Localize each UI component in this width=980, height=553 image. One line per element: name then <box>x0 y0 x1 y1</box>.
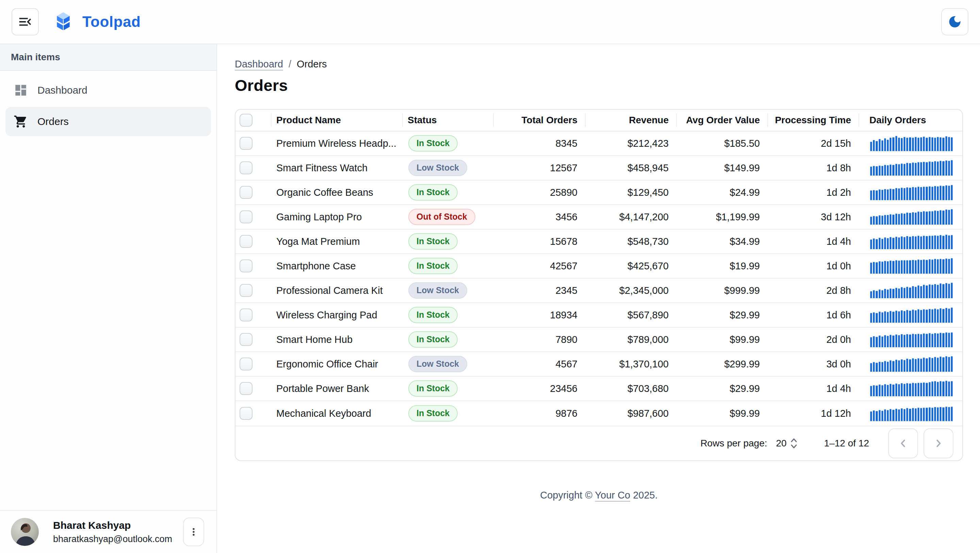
column-header-status[interactable]: Status <box>402 110 493 131</box>
sparkline-bar <box>909 260 911 274</box>
sparkline-bar <box>934 161 936 176</box>
company-link[interactable]: Your Co <box>595 490 630 500</box>
column-header-total-orders[interactable]: Total Orders <box>493 110 585 131</box>
sparkline-bar <box>948 309 950 323</box>
sparkline-bar <box>926 285 928 298</box>
row-checkbox[interactable] <box>240 333 253 346</box>
status-badge: In Stock <box>408 258 458 274</box>
sparkline-bar <box>942 309 944 323</box>
sparkline-bar <box>942 137 944 151</box>
sidebar-item-dashboard[interactable]: Dashboard <box>5 76 211 105</box>
table-row[interactable]: Wireless Charging PadIn Stock18934$567,8… <box>235 303 962 328</box>
select-all-checkbox[interactable] <box>240 114 253 127</box>
cell-daily-orders <box>859 209 962 225</box>
sparkline-bar <box>920 137 922 151</box>
table-row[interactable]: Gaming Laptop ProOut of Stock3456$4,147,… <box>235 205 962 229</box>
next-page-button[interactable] <box>924 429 953 458</box>
row-checkbox-cell <box>235 260 271 273</box>
table-row[interactable]: Portable Power BankIn Stock23456$703,680… <box>235 377 962 401</box>
sparkline-bar <box>915 287 917 298</box>
sparkline-bar <box>889 360 891 372</box>
sidebar-collapse-button[interactable] <box>11 8 39 35</box>
table-row[interactable]: Smart Home HubIn Stock7890$789,000$99.99… <box>235 328 962 352</box>
row-checkbox[interactable] <box>240 284 253 297</box>
sparkline-bar <box>909 287 911 298</box>
brand[interactable]: Toolpad <box>52 11 140 33</box>
cell-revenue: $1,370,100 <box>585 359 676 370</box>
previous-page-button[interactable] <box>888 429 918 458</box>
sparkline-bar <box>881 190 883 200</box>
sparkline-bar <box>942 381 944 396</box>
breadcrumb-current: Orders <box>297 59 327 70</box>
table-row[interactable]: Smartphone CaseIn Stock42567$425,670$19.… <box>235 254 962 279</box>
rows-per-page-select[interactable]: 20 <box>776 438 798 449</box>
sparkline-bar <box>940 161 942 176</box>
sparkline-bar <box>875 141 878 151</box>
row-checkbox[interactable] <box>240 260 253 273</box>
table-row[interactable]: Yoga Mat PremiumIn Stock15678$548,730$34… <box>235 229 962 254</box>
sparkline-bar <box>929 259 931 274</box>
column-header-daily-orders[interactable]: Daily Orders <box>859 110 962 131</box>
row-checkbox[interactable] <box>240 235 253 248</box>
status-badge: Low Stock <box>408 356 467 373</box>
user-menu-button[interactable] <box>183 518 204 546</box>
row-checkbox[interactable] <box>240 186 253 199</box>
sparkline-bar <box>889 214 891 225</box>
cell-status: In Stock <box>402 331 493 348</box>
row-checkbox[interactable] <box>240 210 253 223</box>
sparkline-bar <box>898 384 900 396</box>
status-badge: Out of Stock <box>408 209 476 225</box>
status-badge: In Stock <box>408 331 458 348</box>
column-header-avg-order-value[interactable]: Avg Order Value <box>676 110 767 131</box>
sparkline-bar <box>875 239 878 249</box>
sparkline-bar <box>931 137 933 151</box>
sparkline-bar <box>923 236 925 249</box>
cell-revenue: $425,670 <box>585 260 676 272</box>
column-header-processing-time[interactable]: Processing Time <box>767 110 859 131</box>
cell-revenue: $548,730 <box>585 236 676 247</box>
row-checkbox[interactable] <box>240 137 253 150</box>
table-row[interactable]: Smart Fitness WatchLow Stock12567$458,94… <box>235 156 962 180</box>
table-row[interactable]: Professional Camera KitLow Stock2345$2,3… <box>235 279 962 303</box>
user-avatar <box>11 518 39 546</box>
column-header-revenue[interactable]: Revenue <box>585 110 676 131</box>
sparkline-bar <box>926 162 928 176</box>
sparkline-bar <box>889 409 891 421</box>
row-checkbox[interactable] <box>240 161 253 174</box>
table-row[interactable]: Organic Coffee BeansIn Stock25890$129,45… <box>235 180 962 205</box>
cell-processing-time: 1d 6h <box>767 309 859 321</box>
rows-per-page-value: 20 <box>776 438 787 449</box>
row-checkbox-cell <box>235 357 271 370</box>
row-checkbox[interactable] <box>240 382 253 395</box>
column-header-product-name[interactable]: Product Name <box>271 110 402 131</box>
sparkline-bar <box>870 291 872 298</box>
sparkline-bar <box>892 384 894 396</box>
table-row[interactable]: Ergonomic Office ChairLow Stock4567$1,37… <box>235 352 962 377</box>
sparkline-bar <box>937 211 939 225</box>
cell-avg-order-value: $99.99 <box>676 408 767 419</box>
daily-orders-sparkline <box>870 209 953 225</box>
breadcrumb-link-dashboard[interactable]: Dashboard <box>235 59 283 70</box>
sparkline-bar <box>909 311 911 323</box>
row-checkbox[interactable] <box>240 357 253 370</box>
table-row[interactable]: Premium Wireless Headp...In Stock8345$21… <box>235 131 962 156</box>
sparkline-bar <box>904 335 905 347</box>
sparkline-bar <box>895 214 897 225</box>
sparkline-bar <box>934 357 936 372</box>
sparkline-bar <box>875 262 878 274</box>
row-checkbox[interactable] <box>240 407 253 420</box>
row-checkbox[interactable] <box>240 309 253 322</box>
theme-toggle-button[interactable] <box>941 8 969 35</box>
sparkline-bar <box>948 259 950 274</box>
sparkline-bar <box>926 260 928 274</box>
sparkline-bar <box>881 385 883 396</box>
table-row[interactable]: Mechanical KeyboardIn Stock9876$987,600$… <box>235 401 962 426</box>
sparkline-bar <box>920 212 922 225</box>
sparkline-bar <box>915 187 917 200</box>
sidebar-item-orders[interactable]: Orders <box>5 107 211 136</box>
spinner-up-down-icon <box>790 438 798 449</box>
sparkline-bar <box>881 140 883 151</box>
row-checkbox-cell <box>235 137 271 150</box>
sparkline-bar <box>945 209 947 225</box>
sparkline-bar <box>906 334 908 347</box>
